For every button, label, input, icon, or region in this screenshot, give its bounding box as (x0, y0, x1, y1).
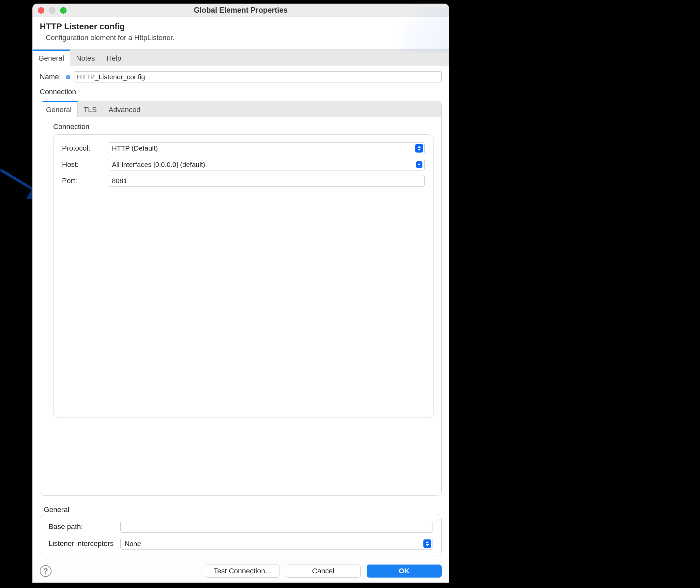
tab-help[interactable]: Help (101, 50, 127, 66)
element-type-icon (66, 74, 71, 80)
connection-tabs: General TLS Advanced (40, 101, 441, 117)
stepper-icon[interactable] (424, 539, 431, 548)
interceptors-row: Listener interceptors None (49, 538, 433, 550)
base-path-row: Base path: (49, 521, 433, 533)
titlebar: Global Element Properties (33, 4, 449, 17)
window-title: Global Element Properties (194, 6, 288, 15)
ok-button[interactable]: OK (367, 565, 442, 578)
help-icon[interactable]: ? (40, 565, 52, 577)
window-controls (38, 7, 67, 14)
host-field: Host: All Interfaces [0.0.0.0] (default) (62, 159, 425, 170)
outer-tabs: General Notes Help (33, 49, 449, 66)
close-icon[interactable] (38, 7, 44, 14)
dialog-window: Global Element Properties HTTP Listener … (33, 4, 449, 582)
page-subtitle: Configuration element for a HttpListener… (46, 34, 442, 42)
dialog-footer: ? Test Connection... Cancel OK (33, 559, 449, 582)
base-path-input[interactable] (120, 521, 433, 533)
connection-panel-body: Connection Protocol: HTTP (Default) Host… (40, 117, 441, 495)
page-header: HTTP Listener config Configuration eleme… (33, 17, 449, 49)
protocol-field: Protocol: HTTP (Default) (62, 142, 425, 154)
connection-fields: Protocol: HTTP (Default) Host: All Inter… (53, 134, 434, 418)
svg-rect-4 (67, 78, 69, 78)
host-combo[interactable]: All Interfaces [0.0.0.0] (default) (108, 159, 425, 170)
name-row: Name: (40, 71, 442, 82)
stepper-icon[interactable] (415, 144, 423, 153)
lower-general-title: General (44, 506, 442, 514)
port-field: Port: (62, 175, 425, 187)
conn-tab-advanced[interactable]: Advanced (103, 101, 146, 117)
connection-group-title: Connection (53, 123, 434, 131)
base-path-label: Base path: (49, 522, 117, 531)
host-label: Host: (62, 160, 104, 169)
svg-rect-3 (67, 77, 69, 77)
protocol-value: HTTP (Default) (112, 144, 158, 152)
tab-notes[interactable]: Notes (70, 50, 100, 66)
page-title: HTTP Listener config (40, 22, 442, 32)
svg-rect-2 (67, 75, 69, 76)
port-label: Port: (62, 177, 104, 185)
conn-tab-tls[interactable]: TLS (78, 101, 102, 117)
lower-general-panel: Base path: Listener interceptors None (40, 514, 442, 556)
interceptors-select[interactable]: None (120, 538, 433, 550)
name-input[interactable] (74, 71, 442, 82)
connection-panel: General TLS Advanced Connection Protocol… (40, 101, 442, 496)
interceptors-value: None (125, 540, 141, 548)
protocol-label: Protocol: (62, 144, 104, 153)
tab-general[interactable]: General (33, 50, 70, 66)
form-body: Name: Connection General TLS Advanced (33, 66, 449, 559)
interceptors-label: Listener interceptors (49, 539, 117, 548)
lower-general-group: General Base path: Listener interceptors… (40, 504, 442, 556)
chevron-down-icon[interactable] (416, 161, 423, 168)
zoom-icon[interactable] (60, 7, 67, 14)
minimize-icon (49, 7, 55, 14)
host-value: All Interfaces [0.0.0.0] (default) (112, 161, 205, 169)
cancel-button[interactable]: Cancel (286, 565, 361, 578)
section-connection-label: Connection (40, 88, 442, 96)
protocol-select[interactable]: HTTP (Default) (108, 142, 425, 154)
test-connection-button[interactable]: Test Connection... (205, 565, 280, 578)
port-input[interactable] (108, 175, 425, 187)
conn-tab-general[interactable]: General (40, 101, 78, 117)
name-label: Name: (40, 73, 61, 81)
